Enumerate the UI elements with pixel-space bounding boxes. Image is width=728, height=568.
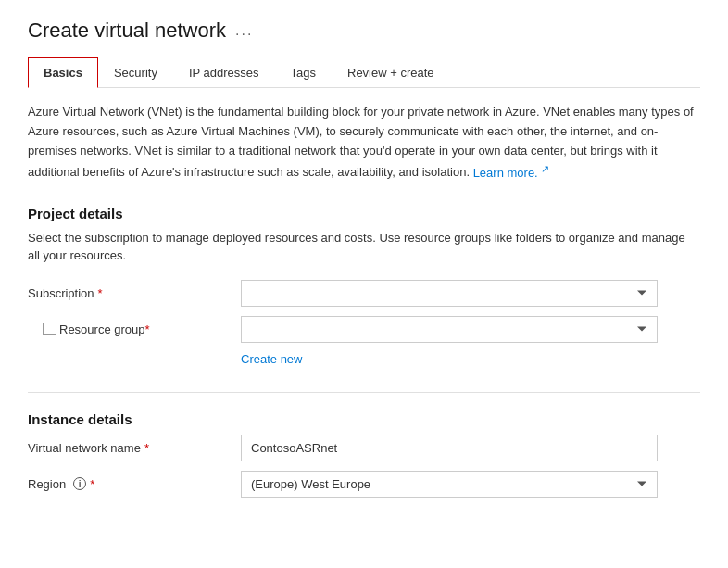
vnet-name-required-star: * [144,441,149,455]
resource-group-required-star: * [145,322,150,336]
create-new-link[interactable]: Create new [241,352,700,366]
vnet-name-row: Virtual network name * [28,435,700,461]
region-row: Region i * (Europe) West Europe [28,471,700,498]
page-title: Create virtual network [28,19,226,43]
tab-tags[interactable]: Tags [275,57,332,88]
tab-basics[interactable]: Basics [28,57,98,88]
resource-group-label-area: Resource group * [28,322,241,336]
region-dropdown-wrapper: (Europe) West Europe [241,471,658,498]
instance-details-title: Instance details [28,411,700,427]
resource-group-dropdown-wrapper [241,316,658,343]
vnet-name-input[interactable] [241,435,658,461]
region-required-star: * [90,477,94,491]
project-details-desc: Select the subscription to manage deploy… [28,229,695,265]
tab-security[interactable]: Security [98,57,173,88]
ellipsis-button[interactable]: ... [235,22,253,39]
subscription-label: Subscription * [28,286,241,300]
learn-more-link[interactable]: Learn more. ↗ [473,166,550,180]
region-control: (Europe) West Europe [241,471,658,498]
project-details-title: Project details [28,206,700,221]
tab-bar: Basics Security IP addresses Tags Review… [28,57,700,88]
instance-details-section: Instance details Virtual network name * … [28,411,700,498]
section-divider [28,392,700,393]
subscription-dropdown[interactable] [241,280,658,307]
tab-review-create[interactable]: Review + create [332,57,450,88]
subscription-dropdown-wrapper [241,280,658,307]
resource-group-control [241,316,658,343]
vnet-name-control [241,435,658,461]
intro-description: Azure Virtual Network (VNet) is the fund… [28,103,695,183]
resource-group-dropdown[interactable] [241,316,658,343]
subscription-control [241,280,658,307]
tab-ip-addresses[interactable]: IP addresses [173,57,275,88]
subscription-required-star: * [98,286,103,300]
resource-group-row: Resource group * [28,316,700,343]
region-info-icon[interactable]: i [73,477,86,490]
subscription-row: Subscription * [28,280,700,307]
external-link-icon: ↗ [541,162,549,173]
region-label: Region i * [28,477,241,491]
page-header: Create virtual network ... [28,19,700,43]
vnet-name-label: Virtual network name * [28,441,241,455]
project-details-section: Project details Select the subscription … [28,206,700,366]
region-dropdown[interactable]: (Europe) West Europe [241,471,658,498]
